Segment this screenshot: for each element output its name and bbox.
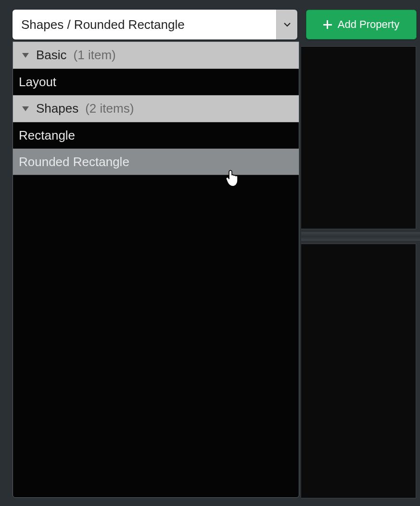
shape-select-toggle[interactable]: [276, 10, 297, 39]
dropdown-item-label: Rectangle: [19, 128, 75, 143]
add-property-label: Add Property: [338, 18, 399, 31]
shape-select-combo[interactable]: Shapes / Rounded Rectangle: [13, 10, 297, 39]
toolbar-row: Shapes / Rounded Rectangle Add Property: [13, 10, 416, 39]
triangle-down-icon: [22, 52, 29, 58]
group-header-shapes[interactable]: Shapes (2 items): [13, 95, 299, 122]
panel-divider: [301, 232, 420, 241]
add-property-button[interactable]: Add Property: [306, 10, 417, 39]
triangle-down-icon: [22, 106, 29, 112]
chevron-down-icon: [283, 21, 291, 28]
group-name: Shapes: [36, 101, 78, 116]
group-name: Basic: [36, 48, 67, 63]
dropdown-item-label: Rounded Rectangle: [19, 155, 129, 169]
right-panel-lower: [301, 244, 416, 498]
dropdown-item-rounded-rectangle[interactable]: Rounded Rectangle: [13, 149, 299, 175]
group-header-basic[interactable]: Basic (1 item): [13, 42, 299, 69]
plus-icon: [323, 20, 332, 29]
dropdown-item-layout[interactable]: Layout: [13, 69, 299, 95]
group-count: (1 item): [74, 48, 116, 63]
dropdown-item-rectangle[interactable]: Rectangle: [13, 122, 299, 149]
dropdown-item-label: Layout: [19, 75, 56, 90]
group-count: (2 items): [85, 101, 134, 116]
right-panel-upper: [301, 46, 416, 229]
shape-select-dropdown: Basic (1 item) Layout Shapes (2 items) R…: [13, 41, 299, 498]
shape-select-text[interactable]: Shapes / Rounded Rectangle: [13, 10, 276, 39]
